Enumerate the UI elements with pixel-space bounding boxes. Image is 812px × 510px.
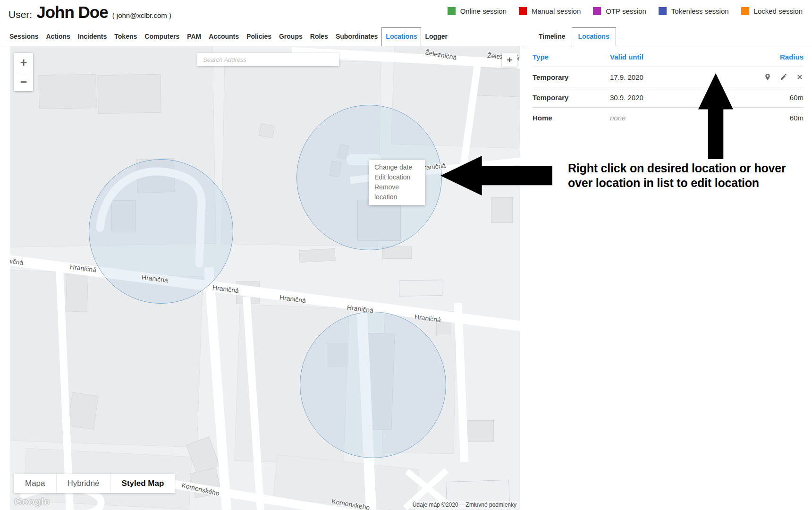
legend-item-locked: Locked session xyxy=(741,7,803,15)
map-attribution: Údaje máp ©2020 Zmluvné podmienky xyxy=(411,501,518,509)
context-menu-edit-location[interactable]: Edit location xyxy=(369,172,425,182)
panel-tab-bar: Timeline Locations xyxy=(528,27,812,46)
tab-sessions[interactable]: Sessions xyxy=(6,27,42,46)
annotation-line-1: Right click on desired location or hover xyxy=(568,161,786,176)
pencil-icon xyxy=(780,73,787,81)
column-header-valid-until[interactable]: Valid until xyxy=(610,53,752,61)
legend-item-otp: OTP session xyxy=(593,7,646,15)
location-type: Home xyxy=(533,114,610,122)
location-radius: 60m xyxy=(752,94,804,102)
zoom-in-button[interactable]: + xyxy=(14,53,33,72)
location-type: Temporary xyxy=(533,73,610,81)
location-valid-until: 17.9. 2020 xyxy=(610,73,752,81)
legend-label: Manual session xyxy=(532,7,581,15)
manual-session-swatch xyxy=(519,7,527,15)
tab-subordinates[interactable]: Subordinates xyxy=(332,27,381,46)
locations-table-header: Type Valid until Radius xyxy=(533,46,804,67)
table-row[interactable]: Home none 60m xyxy=(533,107,804,128)
tab-logger[interactable]: Logger xyxy=(421,27,451,46)
column-header-radius[interactable]: Radius xyxy=(752,53,804,61)
legend-item-manual: Manual session xyxy=(519,7,581,15)
google-logo[interactable]: Google xyxy=(14,496,50,507)
delete-location-button[interactable] xyxy=(796,73,804,81)
annotation-line-2: over location in list to edit location xyxy=(568,176,786,190)
location-radius-circle[interactable] xyxy=(300,312,446,458)
online-session-swatch xyxy=(448,7,456,15)
map-canvas[interactable]: ničná Hraničná Hraničná Hraničná Hraničn… xyxy=(10,46,520,510)
table-row[interactable]: Temporary 17.9. 2020 xyxy=(533,67,804,87)
map-data-attribution: Údaje máp ©2020 xyxy=(413,502,458,508)
map-type-switcher: Mapa Hybridné Styled Map xyxy=(14,474,175,493)
tab-actions[interactable]: Actions xyxy=(42,27,74,46)
legend-label: Locked session xyxy=(754,7,803,15)
row-actions xyxy=(752,73,804,81)
annotation-text: Right click on desired location or hover… xyxy=(568,161,786,190)
tab-tokens[interactable]: Tokens xyxy=(110,27,141,46)
locations-table: Type Valid until Radius Temporary 17.9. … xyxy=(533,46,804,128)
tab-pam[interactable]: PAM xyxy=(183,27,205,46)
tab-panel-locations[interactable]: Locations xyxy=(572,27,616,46)
edit-location-button[interactable] xyxy=(780,73,787,81)
table-row[interactable]: Temporary 30.9. 2020 60m xyxy=(533,87,804,107)
locate-on-map-button[interactable] xyxy=(764,73,771,81)
legend-label: OTP session xyxy=(606,7,646,15)
street-label: ničná xyxy=(10,257,24,266)
context-menu-change-date[interactable]: Change date xyxy=(369,162,425,172)
search-address-input[interactable] xyxy=(197,53,339,66)
tab-incidents[interactable]: Incidents xyxy=(74,27,110,46)
tab-computers[interactable]: Computers xyxy=(141,27,183,46)
legend-item-tokenless: Tokenless session xyxy=(659,7,729,15)
user-email: ( john@xclbr.com ) xyxy=(112,11,171,19)
legend-item-online: Online session xyxy=(448,7,507,15)
tab-groups[interactable]: Groups xyxy=(275,27,306,46)
user-name: John Doe xyxy=(36,3,108,22)
tab-policies[interactable]: Policies xyxy=(243,27,275,46)
terms-link[interactable]: Zmluvné podmienky xyxy=(466,502,516,508)
session-legend: Online session Manual session OTP sessio… xyxy=(448,7,803,15)
column-header-type[interactable]: Type xyxy=(533,53,610,61)
locked-session-swatch xyxy=(741,7,749,15)
location-context-menu: Change date Edit location Remove locatio… xyxy=(369,160,425,205)
map-type-styled-button[interactable]: Styled Map xyxy=(111,474,175,493)
zoom-out-button[interactable]: − xyxy=(14,72,33,91)
otp-session-swatch xyxy=(593,7,601,15)
tab-locations[interactable]: Locations xyxy=(381,27,421,46)
add-location-button[interactable]: + xyxy=(502,53,517,67)
main-tab-bar: Sessions Actions Incidents Tokens Comput… xyxy=(0,27,524,46)
location-valid-until: none xyxy=(610,114,752,122)
page-title: User: John Doe ( john@xclbr.com ) xyxy=(8,3,171,22)
location-pin-icon xyxy=(764,73,771,81)
map-type-hybrid-button[interactable]: Hybridné xyxy=(57,474,111,493)
delete-x-icon xyxy=(796,73,804,81)
legend-label: Online session xyxy=(460,7,507,15)
tab-roles[interactable]: Roles xyxy=(306,27,332,46)
location-type: Temporary xyxy=(533,94,610,102)
context-menu-remove-location[interactable]: Remove location xyxy=(369,182,425,202)
map-zoom-control: + − xyxy=(14,53,33,91)
map-type-mapa-button[interactable]: Mapa xyxy=(14,474,57,493)
tokenless-session-swatch xyxy=(659,7,667,15)
user-label: User: xyxy=(8,9,32,20)
location-radius: 60m xyxy=(752,114,804,122)
legend-label: Tokenless session xyxy=(671,7,729,15)
tab-accounts[interactable]: Accounts xyxy=(205,27,243,46)
location-valid-until: 30.9. 2020 xyxy=(610,94,752,102)
map-roads xyxy=(10,46,520,510)
tab-timeline[interactable]: Timeline xyxy=(533,27,572,46)
